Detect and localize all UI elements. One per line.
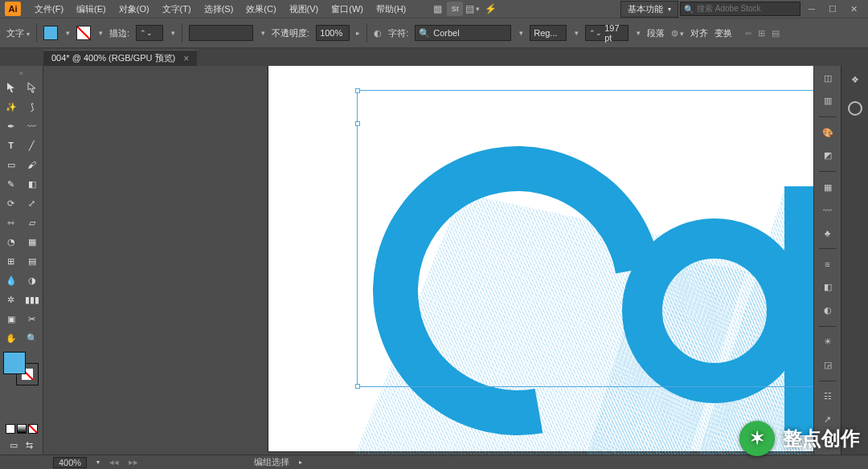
transparency-panel-icon[interactable]: ◐ — [819, 303, 837, 318]
zoom-tool[interactable]: 🔍 — [23, 329, 42, 347]
color-guide-icon[interactable]: ◩ — [819, 148, 837, 163]
eyedropper-tool[interactable]: 💧 — [2, 271, 21, 289]
zoom-input[interactable]: 400% — [53, 457, 87, 468]
width-tool[interactable]: ⇿ — [2, 214, 21, 231]
symbols-panel-icon[interactable]: ♣ — [819, 226, 837, 241]
toolbox-fill-swatch[interactable] — [3, 352, 26, 374]
swatches-panel-icon[interactable]: ▦ — [819, 180, 837, 195]
artboards-panel-icon[interactable]: ▢ — [819, 434, 837, 450]
font-family-input[interactable]: 🔍 Corbel — [415, 25, 511, 41]
toolbox-grip-icon[interactable]: « — [2, 69, 41, 77]
color-panel-icon[interactable]: 🎨 — [819, 125, 837, 141]
zoom-chevron-icon[interactable]: ▾ — [96, 459, 100, 466]
gradient-tool[interactable]: ▤ — [23, 252, 42, 270]
window-maximize[interactable]: ☐ — [823, 2, 842, 16]
type-tool[interactable]: T — [2, 137, 21, 154]
scale-tool[interactable]: ⤢ — [23, 194, 42, 212]
font-style-input[interactable]: Reg... — [530, 25, 567, 41]
canvas[interactable] — [43, 66, 813, 455]
perspective-tool[interactable]: ▦ — [23, 233, 42, 251]
paragraph-options-icon[interactable]: ⊜▾ — [671, 28, 684, 39]
screen-mode-normal[interactable]: ▭ — [6, 438, 21, 451]
menu-effect[interactable]: 效果(C) — [240, 2, 281, 17]
stock-icon[interactable]: St — [447, 2, 463, 16]
curvature-tool[interactable]: 〰 — [23, 117, 42, 135]
shaper-tool[interactable]: ✎ — [2, 175, 21, 193]
fill-swatch[interactable] — [43, 26, 58, 40]
artboard[interactable] — [268, 66, 813, 451]
free-transform-tool[interactable]: ▱ — [23, 214, 42, 231]
transform-label[interactable]: 变换 — [714, 27, 732, 39]
selection-handle[interactable] — [355, 384, 360, 389]
menu-help[interactable]: 帮助(H) — [371, 2, 411, 17]
panel-menu-icon[interactable]: ▤ — [772, 28, 780, 39]
chevron-right-icon[interactable]: ▸ — [356, 29, 360, 37]
layers-icon[interactable]: ❖ — [846, 71, 864, 88]
fill-stroke-swatches[interactable] — [3, 352, 40, 385]
line-tool[interactable]: ╱ — [23, 137, 42, 154]
rectangle-tool[interactable]: ▭ — [2, 156, 21, 173]
nav-prev-icon[interactable]: ◂◂ — [109, 457, 119, 467]
properties-panel-icon[interactable]: ◫ — [819, 71, 837, 86]
brushes-panel-icon[interactable]: 〰 — [819, 202, 837, 218]
selection-bounding-box[interactable] — [357, 90, 813, 387]
selection-handle[interactable] — [355, 121, 360, 126]
symbol-sprayer-tool[interactable]: ✲ — [2, 291, 21, 308]
pref-icon[interactable]: ⊞ — [758, 28, 765, 39]
align-label[interactable]: 对齐 — [690, 27, 708, 39]
pen-tool[interactable]: ✒ — [2, 117, 21, 135]
rotate-tool[interactable]: ⟳ — [2, 194, 21, 212]
stroke-swatch[interactable] — [76, 26, 91, 40]
shape-builder-tool[interactable]: ◔ — [2, 233, 21, 251]
hand-tool[interactable]: ✋ — [2, 329, 21, 347]
window-minimize[interactable]: ─ — [802, 2, 821, 16]
blend-tool[interactable]: ◑ — [23, 271, 42, 289]
isolate-icon[interactable]: ▫▫ — [745, 28, 751, 38]
document-tab[interactable]: 004* @ 400% (RGB/GPU 预览) × — [43, 50, 197, 66]
layers-panel-icon[interactable]: ☷ — [819, 389, 837, 404]
magic-wand-tool[interactable]: ✨ — [2, 98, 21, 116]
menu-select[interactable]: 选择(S) — [199, 2, 240, 17]
cc-libraries-icon[interactable] — [848, 101, 862, 116]
slice-tool[interactable]: ✂ — [23, 310, 42, 328]
search-stock-input[interactable]: 🔍 搜索 Adobe Stock — [680, 2, 800, 16]
recolor-icon[interactable]: ◐ — [374, 28, 382, 39]
gradient-panel-icon[interactable]: ◧ — [819, 280, 837, 296]
window-close[interactable]: ✕ — [844, 2, 863, 16]
font-size-input[interactable]: ⌃⌄197 pt — [585, 25, 628, 41]
color-mode-none[interactable] — [28, 424, 38, 434]
selection-handle[interactable] — [355, 88, 360, 93]
selection-tool[interactable] — [2, 79, 21, 96]
bridge-icon[interactable]: ▦ — [429, 2, 445, 16]
menu-window[interactable]: 窗口(W) — [326, 2, 369, 17]
gpu-icon[interactable]: ⚡ — [482, 2, 498, 16]
screen-mode-switch[interactable]: ⇆ — [23, 438, 37, 451]
menu-type[interactable]: 文字(T) — [157, 2, 197, 17]
lasso-tool[interactable]: ⟆ — [23, 98, 42, 116]
nav-next-icon[interactable]: ▸▸ — [129, 457, 138, 467]
stroke-weight-input[interactable]: ⌃⌄ — [136, 25, 163, 41]
menu-view[interactable]: 视图(V) — [284, 2, 325, 17]
close-icon[interactable]: × — [183, 53, 189, 64]
variable-width-profile[interactable] — [189, 25, 253, 41]
arrange-icon[interactable]: ▤▾ — [465, 2, 481, 16]
asset-export-icon[interactable]: ↗ — [819, 412, 837, 427]
column-graph-tool[interactable]: ▮▮▮ — [23, 291, 42, 308]
workspace-switcher[interactable]: 基本功能 ▾ — [620, 1, 678, 18]
tool-mode-label[interactable]: 文字 — [6, 27, 30, 39]
eraser-tool[interactable]: ◧ — [23, 175, 42, 193]
paintbrush-tool[interactable]: 🖌 — [23, 156, 42, 173]
stroke-panel-icon[interactable]: ≡ — [819, 257, 837, 272]
libraries-panel-icon[interactable]: ▥ — [819, 94, 837, 109]
menu-file[interactable]: 文件(F) — [29, 2, 69, 17]
appearance-panel-icon[interactable]: ☀ — [819, 335, 837, 350]
status-chevron-icon[interactable]: ▸ — [299, 459, 302, 466]
opacity-input[interactable]: 100% — [316, 25, 350, 41]
color-mode-gradient[interactable] — [17, 424, 27, 434]
artboard-tool[interactable]: ▣ — [2, 310, 21, 328]
mesh-tool[interactable]: ⊞ — [2, 252, 21, 270]
graphic-styles-icon[interactable]: ◲ — [819, 357, 837, 373]
color-mode-solid[interactable] — [6, 424, 15, 434]
direct-selection-tool[interactable] — [23, 79, 42, 96]
paragraph-label[interactable]: 段落 — [647, 27, 665, 39]
